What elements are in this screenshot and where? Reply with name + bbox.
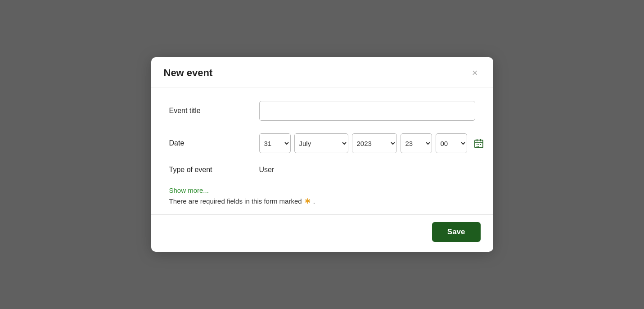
- type-of-event-value: User: [259, 166, 275, 174]
- calendar-icon: [473, 138, 484, 149]
- modal-footer: Save: [151, 214, 493, 252]
- type-of-event-row: Type of event User: [169, 166, 475, 174]
- svg-rect-7: [477, 146, 477, 147]
- day-select[interactable]: 123 456 789 101112 131415 161718 192021 …: [259, 133, 291, 153]
- minute-select[interactable]: 00051015 20253035 40455055: [436, 133, 467, 153]
- show-more-link[interactable]: Show more...: [169, 186, 475, 194]
- type-of-event-label: Type of event: [169, 166, 259, 174]
- save-button[interactable]: Save: [432, 222, 481, 242]
- event-title-row: Event title ✱: [169, 101, 475, 121]
- form-footer-notes: Show more... There are required fields i…: [169, 186, 475, 205]
- date-row: Date 123 456 789 101112 131415 161718 19…: [169, 133, 475, 153]
- modal-body: Event title ✱ Date 123 456 789 101112 13…: [151, 87, 493, 214]
- month-select[interactable]: January February March April May June Ju…: [294, 133, 348, 153]
- svg-rect-4: [477, 144, 477, 145]
- svg-rect-5: [478, 144, 479, 145]
- svg-rect-6: [480, 144, 481, 145]
- modal-header: New event ×: [151, 57, 493, 87]
- close-button[interactable]: ×: [469, 67, 481, 79]
- modal-title: New event: [164, 67, 213, 79]
- modal-overlay: New event × Event title ✱ Date 123: [0, 0, 644, 309]
- new-event-modal: New event × Event title ✱ Date 123: [151, 57, 493, 252]
- event-title-label: Event title: [169, 107, 259, 115]
- event-title-input[interactable]: [259, 101, 475, 121]
- required-note-text: There are required fields in this form m…: [169, 197, 302, 205]
- date-label: Date: [169, 139, 259, 147]
- svg-rect-8: [478, 146, 479, 147]
- required-note-end: .: [313, 197, 315, 205]
- event-title-label-group: Event title ✱: [169, 106, 259, 116]
- required-note-star: ✱: [305, 197, 311, 205]
- required-note: There are required fields in this form m…: [169, 197, 475, 205]
- date-fields: 123 456 789 101112 131415 161718 192021 …: [259, 133, 487, 153]
- hour-select[interactable]: 00010203 04050607 08091011 12131415 1617…: [401, 133, 432, 153]
- calendar-icon-button[interactable]: [471, 136, 487, 151]
- year-select[interactable]: 2020 2021 2022 2023 2024 2025: [352, 133, 397, 153]
